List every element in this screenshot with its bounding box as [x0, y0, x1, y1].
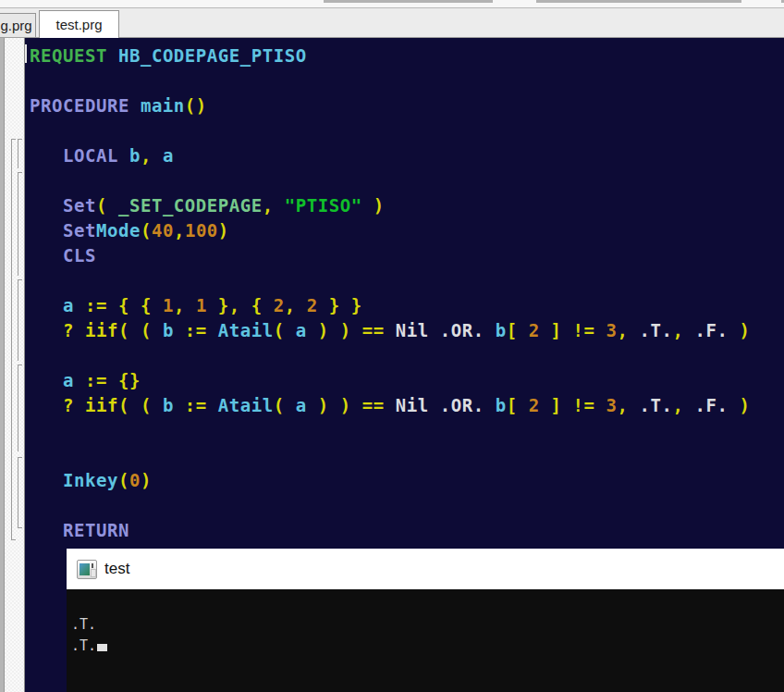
- code-line: [30, 268, 784, 293]
- fold-margin[interactable]: [5, 38, 24, 692]
- fold-marker-line[interactable]: [11, 139, 12, 539]
- code-line: PROCEDURE main(): [30, 93, 784, 118]
- code-lines: REQUEST HB_CODEPAGE_PTISOPROCEDURE main(…: [30, 43, 784, 543]
- code-line: [30, 118, 784, 143]
- console-window: test .T. .T.: [67, 549, 784, 692]
- background-window-fragment: [324, 0, 493, 3]
- fold-marker-tick[interactable]: [18, 172, 22, 173]
- console-output: .T. .T.: [67, 589, 784, 692]
- code-line: ? iif( ( b := Atail( a ) ) == Nil .OR. b…: [30, 318, 784, 343]
- console-window-icon: [77, 560, 97, 579]
- fold-marker-line[interactable]: [18, 457, 18, 527]
- code-line: [30, 443, 784, 468]
- code-line: CLS: [30, 243, 784, 268]
- tab-label: test.prg: [55, 17, 102, 32]
- fold-marker-tick[interactable]: [11, 139, 16, 140]
- code-line: LOCAL b, a: [30, 143, 784, 168]
- fold-marker-line[interactable]: [18, 279, 18, 361]
- console-icon-pane: [80, 563, 90, 575]
- fold-marker-line[interactable]: [18, 365, 18, 451]
- tab-g-prg[interactable]: g.prg: [0, 13, 36, 37]
- fold-marker-tick[interactable]: [18, 365, 22, 365]
- code-line: RETURN: [30, 518, 784, 543]
- fold-marker-tick[interactable]: [11, 539, 16, 540]
- tab-test-prg[interactable]: test.prg: [39, 10, 119, 38]
- text-caret: [25, 44, 27, 63]
- code-line: [30, 418, 784, 443]
- fold-marker-tick[interactable]: [18, 139, 22, 140]
- tab-label: g.prg: [0, 18, 31, 33]
- code-line: [30, 68, 784, 93]
- code-line: Set( _SET_CODEPAGE, "PTISO" ): [30, 193, 784, 218]
- console-title: test: [104, 560, 129, 578]
- code-line: ? iif( ( b := Atail( a ) ) == Nil .OR. b…: [30, 393, 784, 418]
- fold-marker-tick[interactable]: [18, 279, 22, 280]
- fold-marker-tick[interactable]: [18, 457, 22, 458]
- console-icon-lightpane: [91, 569, 96, 577]
- console-icon-tick: [92, 563, 93, 568]
- fold-marker-tick[interactable]: [18, 527, 22, 528]
- console-titlebar[interactable]: test: [67, 549, 784, 589]
- code-line: a := {}: [30, 368, 784, 393]
- code-line: a := { { 1, 1 }, { 2, 2 } }: [30, 293, 784, 318]
- code-line: Inkey(0): [30, 468, 784, 493]
- code-line: [30, 343, 784, 368]
- background-window-fragment: [536, 0, 741, 3]
- code-line: [30, 168, 784, 193]
- fold-marker-line[interactable]: [18, 139, 18, 168]
- code-line: REQUEST HB_CODEPAGE_PTISO: [30, 43, 784, 68]
- code-line: SetMode(40,100): [30, 218, 784, 243]
- editor-tab-bar: g.prg test.prg: [0, 7, 784, 38]
- ide-window: g.prg test.prg REQUEST HB_CODEPAGE_PTISO…: [0, 0, 784, 692]
- console-output-line: .T.: [71, 637, 96, 654]
- console-cursor: [97, 644, 107, 651]
- code-line: [30, 493, 784, 518]
- fold-marker-line[interactable]: [18, 172, 18, 276]
- console-output-line: .T.: [71, 616, 96, 633]
